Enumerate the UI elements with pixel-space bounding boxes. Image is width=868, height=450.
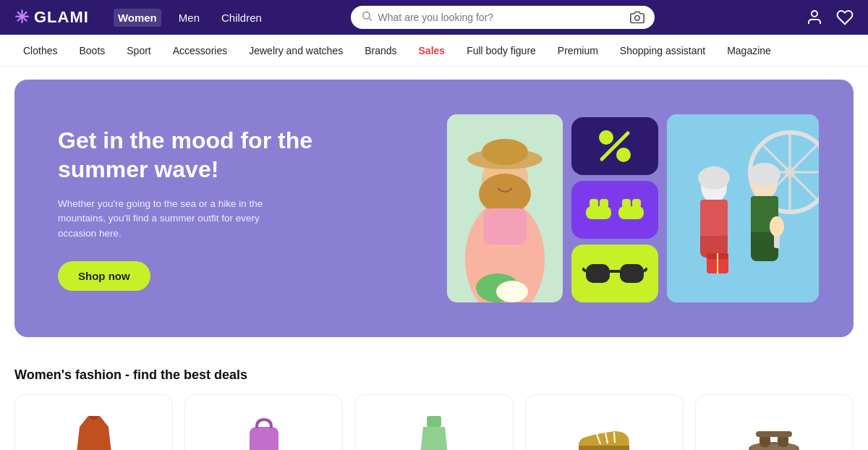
svg-rect-21 bbox=[632, 199, 641, 208]
nav-link-women[interactable]: Women bbox=[114, 9, 161, 27]
svg-rect-20 bbox=[622, 199, 631, 208]
hero-banner: Get in the mood for the summer wave! Whe… bbox=[14, 80, 854, 337]
sandals-icon-card bbox=[571, 181, 658, 239]
category-card-skirt[interactable]: Skirt bbox=[354, 394, 513, 450]
svg-rect-16 bbox=[586, 206, 611, 219]
svg-rect-10 bbox=[483, 208, 527, 245]
svg-line-1 bbox=[369, 18, 372, 21]
svg-point-3 bbox=[812, 11, 817, 17]
sec-nav-sport[interactable]: Sport bbox=[118, 42, 159, 59]
top-navigation: ✳ GLAMI Women Men Children bbox=[0, 0, 868, 35]
svg-point-9 bbox=[479, 174, 531, 214]
sec-nav-clothes[interactable]: Clothes bbox=[14, 42, 66, 59]
hero-text-block: Get in the mood for the summer wave! Whe… bbox=[58, 126, 333, 291]
svg-rect-23 bbox=[620, 264, 644, 283]
hero-elder-photo bbox=[667, 114, 819, 302]
percent-icon-card bbox=[571, 117, 658, 175]
top-nav-links: Women Men Children bbox=[114, 9, 266, 27]
wishlist-button[interactable] bbox=[836, 9, 854, 26]
section-title: Women's fashion - find the best deals bbox=[14, 368, 854, 383]
secondary-navigation: Clothes Boots Sport Accessories Jewelry … bbox=[0, 35, 868, 67]
top-nav-right bbox=[806, 9, 854, 26]
sec-nav-jewelry[interactable]: Jewelry and watches bbox=[240, 42, 352, 59]
svg-point-8 bbox=[482, 139, 528, 165]
svg-point-2 bbox=[634, 16, 639, 21]
hero-woman-photo bbox=[447, 114, 563, 302]
sec-nav-fullbody[interactable]: Full body figure bbox=[458, 42, 545, 59]
logo-star-icon: ✳ bbox=[14, 7, 30, 27]
svg-rect-19 bbox=[618, 206, 644, 219]
sec-nav-brands[interactable]: Brands bbox=[356, 42, 405, 59]
category-card-sneakers[interactable]: Sneakers bbox=[525, 394, 684, 450]
search-bar bbox=[351, 6, 655, 29]
purses-icon bbox=[242, 416, 286, 450]
svg-point-13 bbox=[600, 131, 613, 144]
categories-section: Women's fashion - find the best deals Dr… bbox=[0, 350, 868, 450]
svg-point-0 bbox=[362, 12, 369, 19]
dress-icon bbox=[72, 412, 116, 450]
sneakers-icon bbox=[575, 418, 633, 451]
sec-nav-shopping-assistant[interactable]: Shopping assistant bbox=[611, 42, 714, 59]
svg-line-25 bbox=[582, 268, 586, 271]
hero-title: Get in the mood for the summer wave! bbox=[58, 126, 333, 184]
svg-rect-22 bbox=[586, 264, 610, 283]
svg-rect-47 bbox=[427, 416, 441, 427]
svg-rect-27 bbox=[667, 114, 819, 302]
svg-point-41 bbox=[770, 216, 784, 237]
category-card-purses[interactable]: Purses bbox=[184, 394, 343, 450]
hero-images bbox=[447, 114, 819, 302]
svg-point-12 bbox=[496, 281, 528, 302]
nav-link-children[interactable]: Children bbox=[217, 9, 266, 27]
skirt-icon bbox=[416, 412, 452, 450]
camera-search-button[interactable] bbox=[630, 10, 644, 25]
sandals-icon bbox=[745, 418, 803, 451]
svg-line-26 bbox=[644, 268, 647, 271]
svg-rect-17 bbox=[590, 199, 598, 208]
account-button[interactable] bbox=[806, 9, 823, 26]
svg-rect-36 bbox=[700, 200, 728, 236]
sec-nav-premium[interactable]: Premium bbox=[549, 42, 607, 59]
sunglasses-icon-card bbox=[571, 245, 658, 302]
category-card-dress[interactable]: Dress bbox=[14, 394, 173, 450]
sec-nav-boots[interactable]: Boots bbox=[70, 42, 114, 59]
brand-name: GLAMI bbox=[34, 8, 89, 27]
sec-nav-accessories[interactable]: Accessories bbox=[164, 42, 236, 59]
hero-subtitle: Whether you're going to the sea or a hik… bbox=[58, 197, 297, 241]
search-input[interactable] bbox=[378, 12, 624, 23]
sec-nav-magazine[interactable]: Magazine bbox=[718, 42, 780, 59]
category-card-sandals[interactable]: Sandals bbox=[695, 394, 854, 450]
shop-now-button[interactable]: Shop now bbox=[58, 261, 150, 291]
nav-link-men[interactable]: Men bbox=[174, 9, 204, 27]
svg-rect-18 bbox=[600, 199, 608, 208]
svg-point-14 bbox=[617, 148, 630, 161]
hero-icon-grid bbox=[571, 117, 658, 302]
svg-rect-49 bbox=[751, 444, 797, 451]
svg-point-46 bbox=[749, 163, 780, 186]
svg-rect-52 bbox=[756, 431, 792, 437]
search-icon bbox=[361, 10, 373, 25]
svg-point-45 bbox=[698, 166, 730, 190]
category-grid: Dress Purses Skirt bbox=[14, 394, 854, 450]
sec-nav-sales[interactable]: Sales bbox=[410, 42, 454, 59]
brand-logo[interactable]: ✳ GLAMI bbox=[14, 7, 89, 27]
